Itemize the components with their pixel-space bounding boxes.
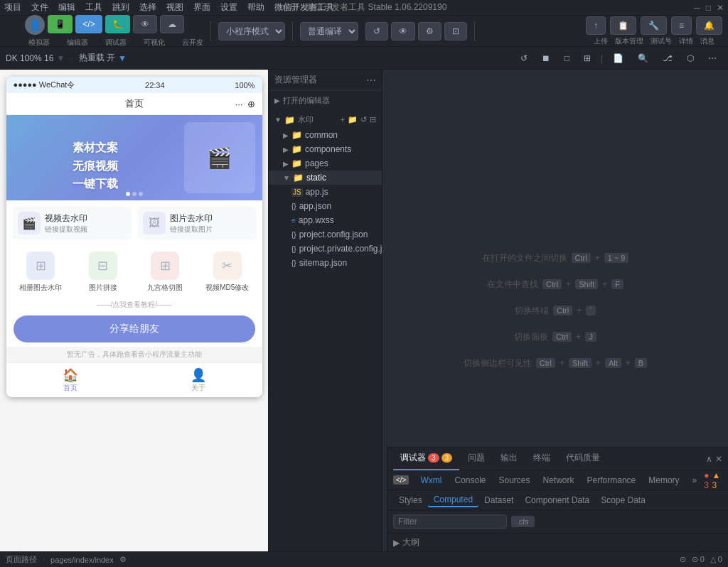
menu-file[interactable]: 文件 (31, 1, 48, 14)
sub-tab-computed[interactable]: Computed (428, 493, 478, 507)
version-manage-button[interactable]: 📋 (610, 16, 636, 35)
file-projectconfig[interactable]: {} project.config.json (269, 227, 382, 242)
source-control-button[interactable]: ⎇ (657, 50, 678, 66)
sub-tab-styles[interactable]: Styles (393, 494, 428, 507)
new-file-icon[interactable]: + (341, 115, 345, 124)
extensions-button[interactable]: ⬡ (681, 50, 700, 66)
file-manager-menu-button[interactable]: ⋯ (366, 75, 376, 86)
open-editors-header[interactable]: ▶ 打开的编辑器 (269, 92, 382, 109)
tab-about[interactable]: 👤 关于 (134, 363, 262, 397)
maximize-button[interactable]: □ (706, 3, 711, 13)
file-appjs[interactable]: JS app.js (269, 185, 382, 199)
close-button[interactable]: ✕ (717, 3, 724, 13)
stop-button[interactable]: ⏹ (536, 50, 556, 66)
menu-project[interactable]: 项目 (4, 1, 21, 14)
components-label: components (305, 144, 351, 154)
file-appjson[interactable]: {} app.json (269, 199, 382, 213)
file-static[interactable]: ▼ 📁 static (269, 171, 382, 185)
debug-tab-terminal[interactable]: 终端 (526, 448, 557, 470)
layout-button[interactable]: ⊞ (578, 50, 596, 66)
devtools-tab-sources[interactable]: Sources (493, 474, 536, 487)
refresh-button[interactable]: ↺ (515, 50, 533, 66)
refresh-compile-button[interactable]: ↺ (365, 22, 388, 40)
expand-outline-icon[interactable]: ▶ (393, 538, 400, 548)
file-common[interactable]: ▶ 📁 common (269, 128, 382, 142)
phone-share-icon[interactable]: ⊕ (247, 99, 255, 109)
devtools-tab-memory[interactable]: Memory (643, 474, 685, 487)
debugger-button[interactable]: 🐛 (105, 15, 130, 33)
debug-tab-title[interactable]: 调试器 3 3 (393, 448, 459, 470)
details-button[interactable]: ≡ (671, 16, 692, 35)
menu-settings[interactable]: 设置 (220, 1, 237, 14)
project-name-label: 水印 (298, 114, 314, 125)
debug-tab-issues[interactable]: 问题 (461, 448, 492, 470)
devtools-tab-network[interactable]: Network (537, 474, 580, 487)
project-header[interactable]: ▼ 📁 水印 + 📁 ↺ ⊟ (269, 112, 382, 128)
search-global-button[interactable]: 🔍 (632, 50, 654, 66)
image-watermark-card[interactable]: 🖼 图片去水印 链接提取图片 (137, 206, 257, 240)
message-button[interactable]: 🔔 (696, 16, 722, 35)
vdom-icon[interactable]: </> (393, 475, 409, 485)
file-pages[interactable]: ▶ 📁 pages (269, 156, 382, 171)
video-watermark-card[interactable]: 🎬 视频去水印 链接提取视频 (12, 206, 132, 240)
menu-help[interactable]: 帮助 (247, 1, 264, 14)
qr-button[interactable]: ⊡ (444, 22, 467, 40)
devtools-settings-button[interactable]: ⚙ (723, 474, 728, 487)
grid-item-9grid[interactable]: ⊞ 九宫格切图 (136, 252, 195, 293)
collapse-all-icon[interactable]: ⊟ (370, 115, 376, 124)
upload-up-button[interactable]: ↑ (586, 16, 606, 35)
sub-tab-componentdata[interactable]: Component Data (519, 494, 595, 507)
device-button[interactable]: □ (559, 50, 575, 66)
file-appwxss[interactable]: ≡ app.wxss (269, 213, 382, 227)
devtools-tab-console[interactable]: Console (449, 474, 491, 487)
test-button[interactable]: 🔧 (641, 16, 667, 35)
status-file-path: pages/index/index (50, 556, 114, 564)
simulator-button[interactable]: 📱 (48, 15, 73, 33)
sub-tab-scopedata[interactable]: Scope Data (595, 494, 651, 507)
home-tab-label: 首页 (63, 383, 77, 393)
devtools-tab-wxml[interactable]: Wxml (414, 474, 447, 487)
components-folder-icon: 📁 (291, 144, 302, 154)
visible-button[interactable]: 👁 (133, 15, 157, 33)
more-button[interactable]: ⋯ (702, 50, 722, 66)
new-folder-icon[interactable]: 📁 (348, 115, 358, 124)
file-sitemap[interactable]: {} sitemap.json (269, 256, 382, 270)
test-label: 测试号 (651, 36, 672, 46)
close-debugger-icon[interactable]: ✕ (715, 454, 722, 464)
image-card-title: 图片去水印 (170, 212, 213, 225)
preview-toggle-button[interactable]: 👁 (391, 22, 415, 40)
devtools-tab-performance[interactable]: Performance (582, 474, 642, 487)
phone-menu-dots[interactable]: ··· (235, 99, 243, 109)
menu-select[interactable]: 选择 (139, 1, 156, 14)
filter-input[interactable] (393, 514, 507, 529)
grid-item-album[interactable]: ⊞ 相册图去水印 (12, 252, 70, 293)
eye-status-icon[interactable]: ⊙ (680, 555, 686, 564)
file-components[interactable]: ▶ 📁 components (269, 142, 382, 156)
debug-tab-codequality[interactable]: 代码质量 (559, 448, 607, 470)
sub-tab-dataset[interactable]: Dataset (478, 494, 519, 507)
refresh-files-icon[interactable]: ↺ (360, 115, 367, 124)
compile-selector[interactable]: 普通编译 (300, 22, 358, 40)
minimize-button[interactable]: ─ (694, 3, 700, 13)
new-file-button[interactable]: 📄 (607, 50, 629, 66)
menu-edit[interactable]: 编辑 (58, 1, 75, 14)
devtools-tab-more[interactable]: » (687, 474, 703, 487)
debugger-panel: 调试器 3 3 问题 输出 终端 代码质量 ∧ ✕ (387, 447, 728, 551)
cls-button[interactable]: .cls (511, 516, 535, 527)
file-projectprivate[interactable]: {} project.private.config.js... (269, 242, 382, 256)
grid-item-collage[interactable]: ⊟ 图片拼接 (74, 252, 132, 293)
grid-item-md5[interactable]: ✂ 视频MD5修改 (198, 252, 257, 293)
collapse-debugger-icon[interactable]: ∧ (706, 454, 712, 464)
editor-button[interactable]: </> (75, 15, 102, 33)
menu-view[interactable]: 视图 (166, 1, 183, 14)
compile-settings-button[interactable]: ⚙ (418, 22, 441, 40)
cloud-button[interactable]: ☁ (160, 15, 184, 33)
phone-share-button[interactable]: 分享给朋友 (14, 315, 255, 342)
debug-tab-output[interactable]: 输出 (493, 448, 525, 470)
mode-selector[interactable]: 小程序模式 (218, 22, 285, 40)
menu-goto[interactable]: 跳到 (112, 1, 129, 14)
menu-tools[interactable]: 工具 (85, 1, 102, 14)
menu-interface[interactable]: 界面 (193, 1, 210, 14)
tab-home[interactable]: 🏠 首页 (6, 363, 134, 397)
common-folder-icon: 📁 (291, 130, 302, 140)
